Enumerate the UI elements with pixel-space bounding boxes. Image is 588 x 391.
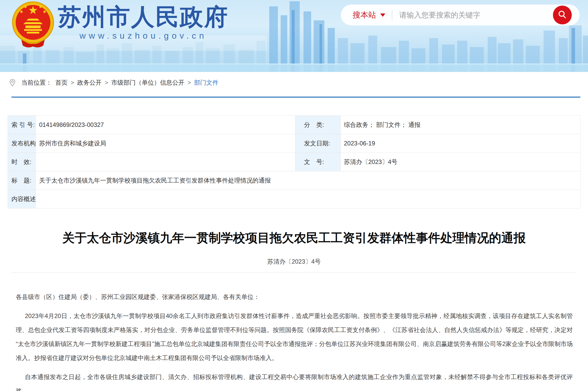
site-title: 苏州市人民政府 (58, 4, 229, 30)
search-input[interactable] (399, 11, 553, 20)
meta-summary-label: 内容概述: (8, 190, 36, 208)
meta-row-1: 索 引 号: 014149869/2023-00327 分 类: 综合政务； 部… (8, 116, 581, 134)
search-scope-dropdown[interactable]: 搜本站 (341, 10, 385, 20)
meta-docnum-label: 文 号: (295, 153, 341, 171)
national-emblem-icon (11, 1, 55, 48)
meta-row-4: 标 题: 关于太仓市沙溪镇九年一贯制学校项目拖欠农民工工资引发群体性事件处理情况… (8, 171, 581, 190)
site-logo-link[interactable]: 苏州市人民政府 www.suzhou.gov.cn (11, 1, 229, 48)
paragraph-main: 2023年4月20日，太仓市沙溪镇九年一贯制学校项目40余名工人到市政府集访引发… (16, 309, 573, 365)
meta-category-value: 综合政务； 部门文件； 通报 (341, 116, 581, 134)
meta-validity-label: 时 效: (8, 153, 36, 171)
meta-index-label: 索 引 号: (8, 116, 36, 134)
meta-validity-value (36, 153, 295, 171)
meta-org-label: 发布机构: (8, 134, 36, 153)
meta-date-value: 2023-06-19 (341, 134, 581, 153)
site-url: www.suzhou.gov.cn (58, 31, 229, 41)
location-pin-icon (9, 79, 16, 86)
meta-index-value: 014149869/2023-00327 (36, 116, 295, 134)
meta-title-value: 关于太仓市沙溪镇九年一贯制学校项目拖欠农民工工资引发群体性事件处理情况的通报 (36, 171, 581, 190)
meta-title-label: 标 题: (8, 171, 36, 190)
breadcrumb-item-zwgk[interactable]: 政务公开 (77, 79, 102, 87)
search-divider (392, 10, 392, 20)
document-meta-table: 索 引 号: 014149869/2023-00327 分 类: 综合政务； 部… (8, 115, 581, 208)
breadcrumb-item-dept-info[interactable]: 市级部门（单位）信息公开 (111, 79, 184, 87)
document-title: 关于太仓市沙溪镇九年一贯制学校项目拖欠农民工工资引发群体性事件处理情况的通报 (10, 231, 578, 245)
breadcrumb-prefix: 当前位置： (21, 79, 52, 87)
caret-down-icon (380, 13, 385, 17)
meta-row-2: 发布机构: 苏州市住房和城乡建设局 发文日期: 2023-06-19 (8, 134, 581, 153)
magnifier-icon (557, 10, 567, 20)
paragraph-closing: 自本通报发布之日起，全市各级住房城乡建设部门、清欠办、招标投标管理机构、建设工程… (16, 370, 573, 391)
breadcrumb-divider-line (11, 97, 580, 98)
meta-row-3: 时 效: 文 号: 苏清办〔2023〕4号 (8, 153, 581, 171)
document-number: 苏清办〔2023〕4号 (0, 258, 588, 265)
breadcrumb-separator: > (187, 79, 191, 86)
page: 苏州市人民政府 www.suzhou.gov.cn 搜本站 当前 (0, 0, 588, 391)
breadcrumb-separator: > (71, 79, 74, 86)
meta-date-label: 发文日期: (295, 134, 341, 153)
meta-row-5: 内容概述: (8, 190, 581, 208)
breadcrumb: 当前位置： 首页 > 政务公开 > 市级部门（单位）信息公开 > 部门文件 (9, 77, 588, 88)
meta-summary-value (36, 190, 581, 208)
search-button[interactable] (553, 6, 572, 24)
site-search-bar: 搜本站 (341, 5, 580, 25)
document-body: 各县级市（区）住建局（委）、苏州工业园区规建委、张家港保税区规建局、各有关单位：… (0, 273, 588, 391)
meta-org-value: 苏州市住房和城乡建设局 (36, 134, 295, 153)
search-scope-label: 搜本站 (353, 10, 376, 20)
paragraph-salutation: 各县级市（区）住建局（委）、苏州工业园区规建委、张家港保税区规建局、各有关单位： (16, 290, 573, 304)
breadcrumb-item-home[interactable]: 首页 (55, 79, 68, 87)
site-header: 苏州市人民政府 www.suzhou.gov.cn 搜本站 (0, 0, 588, 72)
meta-docnum-value: 苏清办〔2023〕4号 (341, 153, 581, 171)
breadcrumb-item-current[interactable]: 部门文件 (194, 79, 218, 87)
meta-category-label: 分 类: (295, 116, 341, 134)
breadcrumb-separator: > (105, 79, 108, 86)
